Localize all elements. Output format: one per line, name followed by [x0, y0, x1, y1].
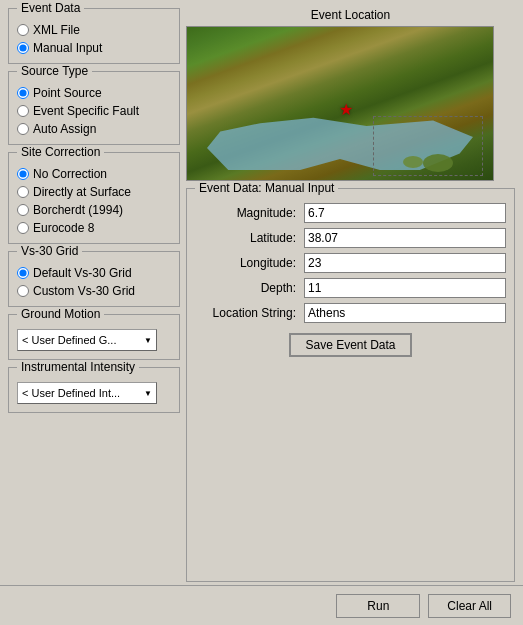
- directly-surface-radio[interactable]: [17, 186, 29, 198]
- custom-vs30-radio[interactable]: [17, 285, 29, 297]
- event-location-section: Event Location ★: [186, 8, 515, 181]
- eurocode-label: Eurocode 8: [33, 221, 94, 235]
- no-correction-radio[interactable]: [17, 168, 29, 180]
- auto-assign-option[interactable]: Auto Assign: [17, 122, 171, 136]
- default-vs30-radio[interactable]: [17, 267, 29, 279]
- event-specific-fault-label: Event Specific Fault: [33, 104, 139, 118]
- ground-motion-dropdown[interactable]: < User Defined G...: [17, 329, 157, 351]
- map-area: ★: [186, 26, 494, 181]
- event-specific-fault-option[interactable]: Event Specific Fault: [17, 104, 171, 118]
- point-source-option[interactable]: Point Source: [17, 86, 171, 100]
- default-vs30-option[interactable]: Default Vs-30 Grid: [17, 266, 171, 280]
- no-correction-option[interactable]: No Correction: [17, 167, 171, 181]
- event-location-title: Event Location: [186, 8, 515, 22]
- left-panel: Event Data XML File Manual Input Source …: [8, 8, 180, 582]
- auto-assign-label: Auto Assign: [33, 122, 96, 136]
- ground-motion-title: Ground Motion: [17, 307, 104, 321]
- latitude-label: Latitude:: [195, 231, 300, 245]
- no-correction-label: No Correction: [33, 167, 107, 181]
- right-panel: Event Location ★: [186, 8, 515, 582]
- event-data-title: Event Data: [17, 1, 84, 15]
- ground-motion-dropdown-container: < User Defined G...: [17, 329, 171, 351]
- map-terrain: ★: [186, 26, 494, 181]
- auto-assign-radio[interactable]: [17, 123, 29, 135]
- manual-input-title: Event Data: Manual Input: [195, 181, 338, 195]
- borcherdt-option[interactable]: Borcherdt (1994): [17, 203, 171, 217]
- eurocode-option[interactable]: Eurocode 8: [17, 221, 171, 235]
- save-event-data-button[interactable]: Save Event Data: [289, 333, 411, 357]
- custom-vs30-option[interactable]: Custom Vs-30 Grid: [17, 284, 171, 298]
- manual-input-label: Manual Input: [33, 41, 102, 55]
- xml-file-radio[interactable]: [17, 24, 29, 36]
- borcherdt-label: Borcherdt (1994): [33, 203, 123, 217]
- manual-input-radio[interactable]: [17, 42, 29, 54]
- form-grid: Magnitude: Latitude: Longitude: Depth:: [195, 203, 506, 323]
- ground-motion-group: Ground Motion < User Defined G...: [8, 314, 180, 360]
- custom-vs30-label: Custom Vs-30 Grid: [33, 284, 135, 298]
- longitude-input[interactable]: [304, 253, 506, 273]
- instrumental-intensity-dropdown[interactable]: < User Defined Int...: [17, 382, 157, 404]
- map-selection-box: [373, 116, 483, 176]
- source-type-group: Source Type Point Source Event Specific …: [8, 71, 180, 145]
- longitude-label: Longitude:: [195, 256, 300, 270]
- earthquake-marker: ★: [339, 102, 353, 118]
- event-data-group: Event Data XML File Manual Input: [8, 8, 180, 64]
- vs30-grid-title: Vs-30 Grid: [17, 244, 82, 258]
- point-source-radio[interactable]: [17, 87, 29, 99]
- run-button[interactable]: Run: [336, 594, 420, 618]
- source-type-title: Source Type: [17, 64, 92, 78]
- instrumental-intensity-group: Instrumental Intensity < User Defined In…: [8, 367, 180, 413]
- event-specific-fault-radio[interactable]: [17, 105, 29, 117]
- borcherdt-radio[interactable]: [17, 204, 29, 216]
- bottom-bar: Run Clear All: [0, 585, 523, 625]
- save-button-container: Save Event Data: [195, 333, 506, 357]
- directly-surface-option[interactable]: Directly at Surface: [17, 185, 171, 199]
- manual-input-group: Event Data: Manual Input Magnitude: Lati…: [186, 188, 515, 582]
- location-string-input[interactable]: [304, 303, 506, 323]
- site-correction-options: No Correction Directly at Surface Borche…: [17, 167, 171, 235]
- depth-input[interactable]: [304, 278, 506, 298]
- manual-input-option[interactable]: Manual Input: [17, 41, 171, 55]
- magnitude-input[interactable]: [304, 203, 506, 223]
- source-type-options: Point Source Event Specific Fault Auto A…: [17, 86, 171, 136]
- location-string-label: Location String:: [195, 306, 300, 320]
- default-vs30-label: Default Vs-30 Grid: [33, 266, 132, 280]
- xml-file-label: XML File: [33, 23, 80, 37]
- clear-all-button[interactable]: Clear All: [428, 594, 511, 618]
- site-correction-title: Site Correction: [17, 145, 104, 159]
- instrumental-intensity-dropdown-container: < User Defined Int...: [17, 382, 171, 404]
- depth-label: Depth:: [195, 281, 300, 295]
- site-correction-group: Site Correction No Correction Directly a…: [8, 152, 180, 244]
- magnitude-label: Magnitude:: [195, 206, 300, 220]
- instrumental-intensity-title: Instrumental Intensity: [17, 360, 139, 374]
- vs30-options: Default Vs-30 Grid Custom Vs-30 Grid: [17, 266, 171, 298]
- vs30-grid-group: Vs-30 Grid Default Vs-30 Grid Custom Vs-…: [8, 251, 180, 307]
- eurocode-radio[interactable]: [17, 222, 29, 234]
- directly-surface-label: Directly at Surface: [33, 185, 131, 199]
- point-source-label: Point Source: [33, 86, 102, 100]
- xml-file-option[interactable]: XML File: [17, 23, 171, 37]
- latitude-input[interactable]: [304, 228, 506, 248]
